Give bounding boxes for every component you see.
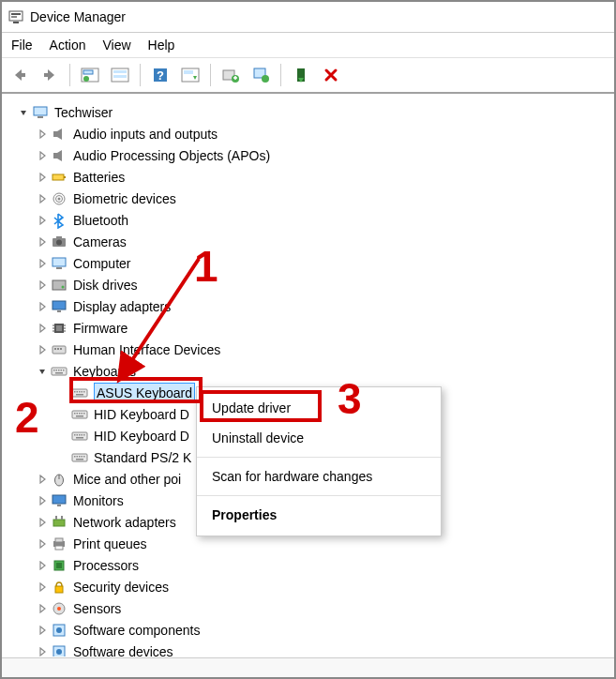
svg-rect-38 — [57, 310, 61, 312]
tree-category-sw_devices[interactable]: Software devices — [4, 641, 612, 656]
chevron-right-icon[interactable] — [36, 300, 49, 313]
tree-category-keyboards[interactable]: Keyboards — [4, 360, 612, 382]
chevron-right-icon[interactable] — [36, 559, 49, 572]
show-hidden-button[interactable] — [78, 63, 102, 87]
menu-view[interactable]: View — [102, 38, 130, 53]
statusbar — [2, 657, 614, 677]
disable-device-button[interactable] — [319, 63, 343, 87]
mouse-icon — [51, 471, 68, 488]
network-icon — [51, 514, 68, 531]
tree-category-label: Batteries — [73, 170, 125, 185]
tree-category-hid[interactable]: Human Interface Devices — [4, 339, 612, 360]
chip-icon — [51, 320, 68, 337]
tree-category-sw_components[interactable]: Software components — [4, 619, 612, 641]
svg-rect-76 — [82, 434, 83, 436]
tree-device-label: HID Keyboard D — [94, 407, 189, 422]
svg-rect-26 — [64, 176, 66, 178]
tree-category-firmware[interactable]: Firmware — [4, 317, 612, 339]
view-devices-button[interactable] — [108, 63, 132, 87]
chevron-right-icon[interactable] — [36, 343, 49, 356]
enable-device-button[interactable] — [289, 63, 313, 87]
tree-category-computer[interactable]: Computer — [4, 252, 612, 274]
window-title: Device Manager — [30, 9, 126, 24]
menu-help[interactable]: Help — [148, 38, 175, 53]
svg-rect-5 — [44, 73, 48, 77]
chevron-right-icon[interactable] — [36, 149, 49, 162]
tree-category-label: Cameras — [73, 234, 127, 249]
svg-rect-10 — [113, 70, 127, 73]
chevron-right-icon[interactable] — [36, 537, 49, 551]
sensor-icon — [51, 600, 68, 617]
chevron-right-icon[interactable] — [36, 624, 49, 637]
chevron-right-icon[interactable] — [36, 192, 49, 205]
svg-point-102 — [56, 627, 62, 633]
tree-category-security[interactable]: Security devices — [4, 576, 612, 597]
svg-rect-33 — [53, 258, 66, 266]
tree-category-cameras[interactable]: Cameras — [4, 231, 612, 252]
tree-device-label: HID Keyboard D — [94, 429, 189, 444]
help-button[interactable]: ? — [148, 63, 173, 87]
ctx-separator — [197, 457, 441, 458]
tree-category-bluetooth[interactable]: Bluetooth — [4, 209, 612, 231]
svg-rect-7 — [83, 70, 93, 74]
svg-rect-48 — [54, 348, 56, 350]
svg-rect-4 — [22, 73, 25, 77]
chevron-right-icon[interactable] — [36, 516, 49, 529]
ctx-update-driver[interactable]: Update driver — [197, 393, 441, 423]
tree-category-processors[interactable]: Processors — [4, 554, 612, 576]
chevron-right-icon[interactable] — [36, 214, 49, 227]
chevron-right-icon[interactable] — [36, 322, 49, 335]
tree-category-label: Firmware — [73, 321, 128, 336]
ctx-uninstall-device[interactable]: Uninstall device — [197, 423, 441, 453]
svg-rect-75 — [79, 434, 81, 436]
tree-category-label: Software devices — [73, 644, 173, 657]
tree-root-label: Techwiser — [54, 105, 113, 120]
svg-rect-52 — [53, 370, 55, 371]
chevron-right-icon[interactable] — [36, 645, 49, 657]
context-menu: Update driver Uninstall device Scan for … — [196, 386, 442, 536]
chevron-right-icon[interactable] — [36, 257, 49, 270]
security-icon — [51, 579, 68, 596]
tree-category-disk[interactable]: Disk drives — [4, 274, 612, 295]
chevron-right-icon[interactable] — [36, 235, 49, 249]
svg-point-29 — [58, 197, 61, 200]
back-button[interactable] — [8, 63, 32, 87]
chevron-right-icon[interactable] — [36, 494, 49, 507]
forward-button[interactable] — [38, 63, 62, 87]
tree-category-display[interactable]: Display adapters — [4, 295, 612, 317]
device-tree[interactable]: TechwiserAudio inputs and outputsAudio P… — [4, 96, 612, 656]
tree-category-sensors[interactable]: Sensors — [4, 597, 612, 619]
ctx-properties[interactable]: Properties — [197, 500, 441, 530]
tree-category-biometric[interactable]: Biometric devices — [4, 188, 612, 209]
chevron-right-icon[interactable] — [36, 602, 49, 615]
update-driver-button[interactable] — [218, 63, 243, 87]
svg-rect-97 — [56, 563, 62, 568]
chevron-right-icon[interactable] — [36, 128, 49, 141]
menu-file[interactable]: File — [11, 38, 33, 53]
tree-category-label: Monitors — [73, 493, 124, 508]
chevron-down-icon[interactable] — [36, 365, 49, 378]
chevron-right-icon[interactable] — [36, 581, 49, 594]
chevron-right-icon[interactable] — [36, 473, 49, 486]
keyboard-icon — [71, 406, 88, 423]
tree-category-audio_io[interactable]: Audio inputs and outputs — [4, 123, 612, 144]
chevron-right-icon[interactable] — [36, 279, 49, 292]
menu-action[interactable]: Action — [50, 38, 86, 53]
svg-rect-23 — [53, 131, 57, 137]
svg-rect-83 — [82, 456, 83, 458]
svg-rect-62 — [82, 391, 83, 393]
tree-root-node[interactable]: Techwiser — [4, 101, 612, 123]
chevron-down-icon[interactable] — [17, 106, 30, 119]
scan-button[interactable] — [178, 63, 203, 87]
disk-icon — [51, 277, 68, 294]
tree-device-label: Standard PS/2 K — [94, 450, 191, 465]
tree-category-audio_proc[interactable]: Audio Processing Objects (APOs) — [4, 144, 612, 166]
tree-category-batteries[interactable]: Batteries — [4, 166, 612, 188]
svg-rect-78 — [76, 437, 83, 439]
ctx-scan-hardware[interactable]: Scan for hardware changes — [197, 461, 441, 491]
uninstall-button[interactable] — [248, 63, 273, 87]
svg-rect-94 — [55, 538, 63, 542]
chevron-right-icon[interactable] — [36, 171, 49, 184]
svg-rect-61 — [79, 391, 81, 393]
svg-rect-32 — [56, 236, 62, 239]
